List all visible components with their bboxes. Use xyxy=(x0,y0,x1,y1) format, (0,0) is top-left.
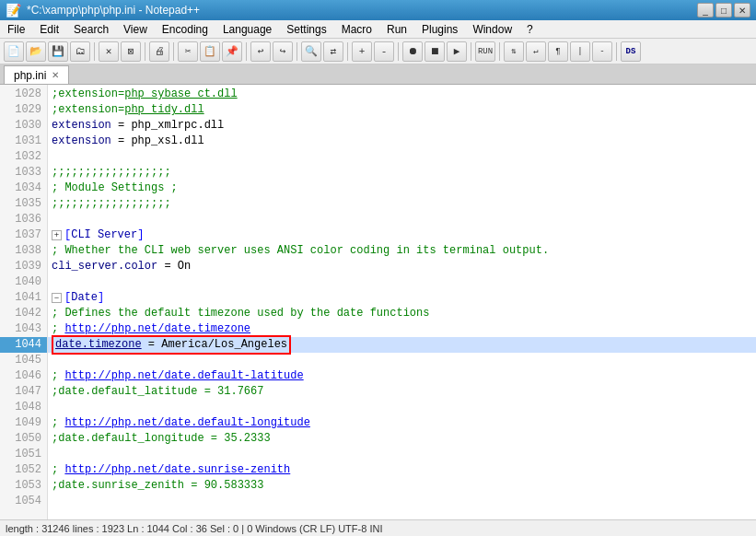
line-1031[interactable]: extension = php_xsl.dll xyxy=(48,134,756,149)
menu-macro[interactable]: Macro xyxy=(334,20,379,38)
line-1054[interactable] xyxy=(48,494,756,509)
line-num-1034: 1034 xyxy=(0,181,47,196)
menu-language[interactable]: Language xyxy=(215,20,279,38)
zoom-out-button[interactable]: - xyxy=(374,41,394,62)
run-button[interactable]: RUN xyxy=(475,41,495,62)
menu-edit[interactable]: Edit xyxy=(32,20,66,38)
macro-play-button[interactable]: ▶ xyxy=(447,41,467,62)
undo-button[interactable]: ↩ xyxy=(250,41,271,62)
comment-link[interactable]: http://php.net/date.default-longitude xyxy=(64,415,309,431)
line-1053[interactable]: ;date.sunrise_zenith = 90.583333 xyxy=(48,478,756,494)
line-1050[interactable]: ;date.default_longitude = 35.2333 xyxy=(48,431,756,447)
line-1035[interactable]: ;;;;;;;;;;;;;;;;;; xyxy=(48,196,756,212)
menu-help[interactable]: ? xyxy=(519,20,541,38)
menu-settings[interactable]: Settings xyxy=(279,20,333,38)
section-name: Date xyxy=(71,290,98,306)
comment-text: ;date.sunrise_zenith = 90.583333 xyxy=(52,478,263,494)
zoom-in-button[interactable]: + xyxy=(352,41,372,62)
maximize-button[interactable]: □ xyxy=(715,3,732,17)
line-num-1030: 1030 xyxy=(0,118,47,134)
line-1036[interactable] xyxy=(48,212,756,227)
comment-prefix: ; xyxy=(52,415,64,431)
line-1045[interactable] xyxy=(48,353,756,368)
comment-prefix: ; xyxy=(52,462,64,478)
line-1044[interactable]: date.timezone = America/Los_Angeles xyxy=(48,337,756,353)
section-bracket-close: ] xyxy=(137,227,144,243)
toolbar-separator-3 xyxy=(173,42,174,61)
toolbar-separator-2 xyxy=(145,42,145,61)
comment-text: ;date.default_longitude = 35.2333 xyxy=(52,431,271,447)
line-1034[interactable]: ; Module Settings ; xyxy=(48,181,756,196)
paste-button[interactable]: 📌 xyxy=(222,41,242,62)
macro-stop-button[interactable]: ⏹ xyxy=(425,41,445,62)
comment-link[interactable]: http://php.net/date.default-latitude xyxy=(64,368,303,384)
line-1033[interactable]: ;;;;;;;;;;;;;;;;;; xyxy=(48,165,756,181)
menu-window[interactable]: Window xyxy=(465,20,519,38)
key-text: extension xyxy=(52,118,111,134)
line-1038[interactable]: ; Whether the CLI web server uses ANSI c… xyxy=(48,243,756,259)
line-1030[interactable]: extension = php_xmlrpc.dll xyxy=(48,118,756,134)
tab-close-button[interactable]: ✕ xyxy=(52,70,59,80)
cut-button[interactable]: ✂ xyxy=(178,41,198,62)
line-1037[interactable]: +[CLI Server] xyxy=(48,227,756,243)
line-num-1048: 1048 xyxy=(0,400,47,415)
line-1039[interactable]: cli_server.color = On xyxy=(48,259,756,274)
copy-button[interactable]: 📋 xyxy=(200,41,220,62)
line-num-1032: 1032 xyxy=(0,149,47,165)
menu-file[interactable]: File xyxy=(0,20,32,38)
view-all-chars-button[interactable]: ¶ xyxy=(548,41,568,62)
line-1051[interactable] xyxy=(48,447,756,462)
menu-view[interactable]: View xyxy=(116,20,155,38)
find-button[interactable]: 🔍 xyxy=(301,41,321,62)
sync-scroll-button[interactable]: ⇅ xyxy=(504,41,524,62)
redo-button[interactable]: ↪ xyxy=(273,41,293,62)
line-num-1044: 1044 xyxy=(0,337,47,353)
menu-run[interactable]: Run xyxy=(379,20,414,38)
line-1046[interactable]: ; http://php.net/date.default-latitude xyxy=(48,368,756,384)
key-text: cli_server.color xyxy=(52,259,157,274)
line-1048[interactable] xyxy=(48,400,756,415)
line-1042[interactable]: ; Defines the default timezone used by t… xyxy=(48,306,756,321)
comment-link[interactable]: http://php.net/date.sunrise-zenith xyxy=(64,462,290,478)
find-replace-button[interactable]: ⇄ xyxy=(323,41,343,62)
close-all-button[interactable]: ⊠ xyxy=(121,41,141,62)
value-text: On xyxy=(178,259,191,274)
collapse-icon[interactable]: + xyxy=(52,230,62,240)
line-1028[interactable]: ;extension=php_sybase_ct.dll xyxy=(48,87,756,102)
word-wrap-button[interactable]: ↵ xyxy=(526,41,546,62)
line-1052[interactable]: ; http://php.net/date.sunrise-zenith xyxy=(48,462,756,478)
fold-button[interactable]: - xyxy=(592,41,612,62)
line-num-1052: 1052 xyxy=(0,462,47,478)
line-1029[interactable]: ;extension=php_tidy.dll xyxy=(48,102,756,118)
save-button[interactable]: 💾 xyxy=(48,41,68,62)
line-1047[interactable]: ;date.default_latitude = 31.7667 xyxy=(48,384,756,400)
minimize-button[interactable]: _ xyxy=(697,3,714,17)
line-1032[interactable] xyxy=(48,149,756,165)
editor[interactable]: 1028102910301031103210331034103510361037… xyxy=(0,85,756,519)
line-num-1036: 1036 xyxy=(0,212,47,227)
close-button[interactable]: ✕ xyxy=(734,3,750,17)
ds-button[interactable]: DS xyxy=(621,41,641,62)
menu-plugins[interactable]: Plugins xyxy=(414,20,465,38)
line-num-1049: 1049 xyxy=(0,415,47,431)
menu-search[interactable]: Search xyxy=(66,20,116,38)
menu-encoding[interactable]: Encoding xyxy=(155,20,215,38)
menu-bar: File Edit Search View Encoding Language … xyxy=(0,20,756,39)
indent-guide-button[interactable]: | xyxy=(570,41,590,62)
close-button[interactable]: ✕ xyxy=(99,41,119,62)
selected-value-box: date.timezone = America/Los_Angeles xyxy=(52,335,291,355)
new-button[interactable]: 📄 xyxy=(4,41,24,62)
print-button[interactable]: 🖨 xyxy=(149,41,169,62)
window-controls[interactable]: _ □ ✕ xyxy=(697,3,750,17)
line-content[interactable]: ;extension=php_sybase_ct.dll;extension=p… xyxy=(48,85,756,519)
tab-php-ini[interactable]: php.ini ✕ xyxy=(4,65,69,84)
macro-record-button[interactable]: ⏺ xyxy=(402,41,423,62)
value-text: America/Los_Angeles xyxy=(161,338,287,351)
line-1041[interactable]: −[Date] xyxy=(48,290,756,306)
key-text: extension xyxy=(52,134,111,149)
line-1049[interactable]: ; http://php.net/date.default-longitude xyxy=(48,415,756,431)
save-all-button[interactable]: 🗂 xyxy=(70,41,90,62)
collapse-icon[interactable]: − xyxy=(52,293,62,303)
line-1040[interactable] xyxy=(48,274,756,290)
open-button[interactable]: 📂 xyxy=(26,41,46,62)
